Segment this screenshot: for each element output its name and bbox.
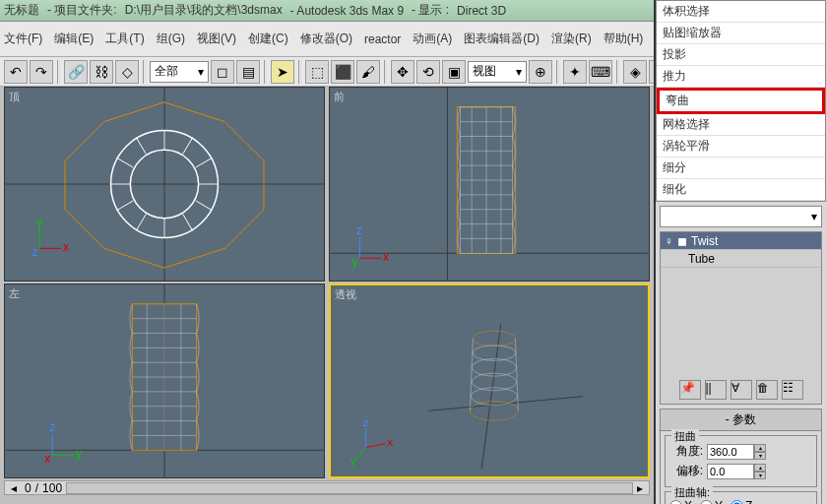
title-project-prefix: - 项目文件夹: [47, 2, 117, 19]
spin-up-icon[interactable]: ▴ [754, 464, 766, 472]
select-object-button[interactable]: ◻ [211, 60, 234, 84]
remove-modifier-button[interactable]: 🗑 [756, 380, 778, 400]
scroll-right-button[interactable]: ▸ [633, 481, 647, 495]
divider [556, 60, 559, 84]
viewport-label: 透视 [335, 287, 356, 302]
bias-input[interactable] [707, 464, 754, 479]
paint-select-button[interactable]: 🖌 [356, 60, 380, 84]
title-unsaved: 无标题 [4, 2, 39, 19]
spin-down-icon[interactable]: ▾ [754, 452, 766, 460]
viewport-top[interactable]: 顶 x y z [4, 87, 325, 282]
twist-axis-group: 扭曲轴: X Y Z [665, 491, 817, 504]
mod-option[interactable]: 推力 [657, 66, 825, 88]
pin-stack-button[interactable]: 📌 [679, 380, 701, 400]
viewport-label: 左 [9, 286, 20, 301]
parameters-rollout: - 参数 扭曲 角度: ▴▾ 偏移: ▴▾ 扭曲轴: [660, 409, 822, 504]
selection-filter-dropdown[interactable]: 全部 ▾ [150, 61, 209, 83]
spin-down-icon[interactable]: ▾ [754, 472, 766, 479]
viewport-left[interactable]: 左 y z x [4, 284, 325, 478]
menu-view[interactable]: 视图(V) [197, 31, 236, 47]
rotate-button[interactable]: ⟲ [416, 60, 440, 84]
stack-item-tube[interactable]: Tube [661, 250, 821, 268]
mod-option[interactable]: 细化 [657, 179, 825, 201]
cursor-button[interactable]: ➤ [271, 60, 294, 84]
menu-render[interactable]: 渲染(R) [551, 31, 592, 47]
mod-option[interactable]: 涡轮平滑 [657, 136, 825, 158]
configure-sets-button[interactable]: ☷ [782, 380, 803, 400]
spin-up-icon[interactable]: ▴ [754, 444, 766, 452]
params-title[interactable]: - 参数 [661, 410, 821, 431]
menu-graph-editors[interactable]: 图表编辑器(D) [464, 31, 540, 47]
mod-option[interactable]: 网格选择 [657, 114, 825, 136]
svg-text:y: y [350, 454, 356, 467]
svg-text:y: y [351, 255, 357, 269]
menu-edit[interactable]: 编辑(E) [54, 31, 94, 47]
modifier-set-dropdown[interactable]: ▾ [660, 206, 822, 227]
frame-current: 0 [25, 481, 32, 495]
bias-spinner[interactable]: ▴▾ [707, 464, 766, 479]
viewport-content: y z x [5, 284, 324, 477]
svg-line-63 [428, 397, 583, 411]
mod-option[interactable]: 贴图缩放器 [657, 23, 825, 44]
scale-button[interactable]: ▣ [442, 60, 466, 84]
bias-row: 偏移: ▴▾ [669, 463, 812, 479]
stack-item-twist[interactable]: ♀ ◼ Twist [661, 232, 821, 250]
svg-line-15 [116, 158, 133, 167]
svg-line-6 [183, 137, 193, 154]
svg-point-69 [473, 346, 515, 361]
svg-text:x: x [63, 240, 69, 254]
rollout-toggle-icon: - [726, 412, 730, 426]
menu-reactor[interactable]: reactor [364, 32, 401, 46]
window-crossing-button[interactable]: ⬚ [305, 60, 329, 84]
select-by-name-button[interactable]: ▤ [236, 60, 260, 84]
dropdown-arrow-icon: ▾ [516, 65, 522, 79]
reference-coord-dropdown[interactable]: 视图 ▾ [468, 61, 527, 83]
viewport-front[interactable]: 前 x z y [329, 87, 650, 282]
snap-button[interactable]: ◈ [623, 60, 647, 84]
mod-option[interactable]: 细分 [657, 158, 825, 179]
unlink-button[interactable]: ⛓ [90, 60, 113, 84]
keyboard-shortcut-button[interactable]: ⌨ [589, 60, 612, 84]
menu-create[interactable]: 创建(C) [248, 31, 288, 47]
pivot-button[interactable]: ⊕ [529, 60, 552, 84]
svg-line-67 [470, 339, 473, 410]
svg-text:z: z [49, 420, 55, 434]
scroll-track[interactable] [66, 482, 633, 494]
manipulate-button[interactable]: ✦ [563, 60, 587, 84]
make-unique-button[interactable]: ∀ [731, 380, 752, 400]
link-button[interactable]: 🔗 [64, 60, 88, 84]
menu-tools[interactable]: 工具(T) [105, 31, 144, 47]
mod-option[interactable]: 投影 [657, 44, 825, 66]
menu-modifiers[interactable]: 修改器(O) [300, 31, 352, 47]
svg-text:y: y [36, 215, 42, 228]
menu-animation[interactable]: 动画(A) [413, 31, 452, 47]
menu-group[interactable]: 组(G) [157, 31, 185, 47]
menu-file[interactable]: 文件(F) [4, 31, 42, 47]
bind-spacewarp-button[interactable]: ◇ [115, 60, 139, 84]
scroll-left-button[interactable]: ◂ [7, 481, 21, 495]
show-end-result-button[interactable]: || [705, 380, 727, 400]
svg-text:x: x [44, 452, 50, 466]
divider [264, 60, 267, 84]
viewport-perspective[interactable]: 透视 x y z [329, 284, 650, 478]
mod-option-bend[interactable]: 弯曲 [657, 88, 825, 114]
undo-button[interactable]: ↶ [4, 60, 28, 84]
filter-label: 全部 [155, 63, 178, 80]
timeline-scrollbar[interactable]: ◂ 0 / 100 ▸ [4, 480, 650, 495]
angle-input[interactable] [707, 444, 754, 460]
svg-text:z: z [32, 245, 37, 259]
modifier-list-dropdown[interactable]: 体积选择 贴图缩放器 投影 推力 弯曲 网格选择 涡轮平滑 细分 细化 [656, 0, 826, 202]
modifier-stack: ♀ ◼ Twist Tube 📌 || ∀ 🗑 ☷ [660, 231, 822, 405]
angle-spinner[interactable]: ▴▾ [707, 444, 766, 460]
mod-option[interactable]: 体积选择 [657, 1, 825, 23]
angle-row: 角度: ▴▾ [669, 443, 812, 460]
expand-icon[interactable]: ◼ [677, 234, 687, 248]
menu-help[interactable]: 帮助(H) [604, 31, 644, 47]
rect-select-button[interactable]: ⬛ [331, 60, 354, 84]
svg-point-65 [473, 331, 515, 346]
axis-z-radio[interactable]: Z [731, 499, 752, 504]
move-button[interactable]: ✥ [391, 60, 414, 84]
viewport-container: 顶 x y z 前 [4, 87, 650, 498]
svg-line-64 [481, 324, 501, 469]
redo-button[interactable]: ↷ [30, 60, 53, 84]
